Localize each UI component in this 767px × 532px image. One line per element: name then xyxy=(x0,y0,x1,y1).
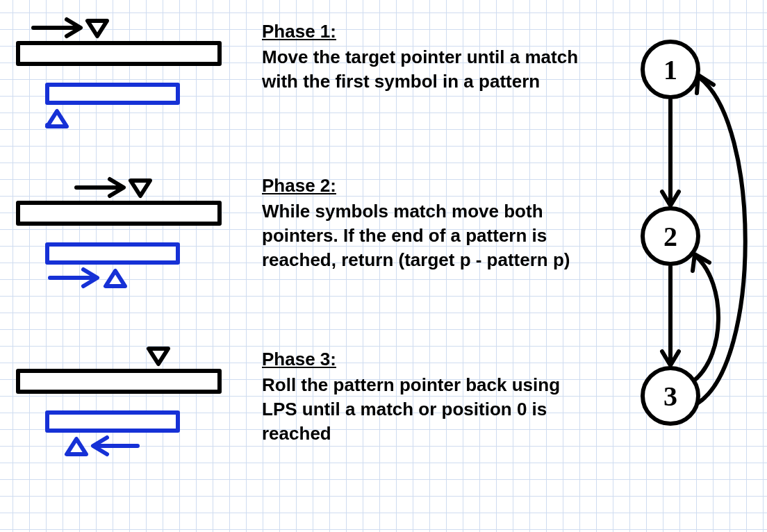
illustration-phase-1 xyxy=(13,13,228,131)
svg-rect-3 xyxy=(47,85,178,103)
svg-marker-5 xyxy=(47,111,67,126)
svg-marker-11 xyxy=(106,271,125,286)
phase-1-title: Phase 1: xyxy=(262,19,336,44)
svg-rect-13 xyxy=(18,371,220,392)
phase-3-text: Phase 3: Roll the pattern pointer back u… xyxy=(262,347,588,446)
diagram-content: Phase 1: Move the target pointer until a… xyxy=(0,0,767,532)
svg-rect-14 xyxy=(47,413,178,431)
state-graph: 1 2 3 xyxy=(622,28,761,458)
phase-2-text: Phase 2: While symbols match move both p… xyxy=(262,174,588,272)
svg-marker-1 xyxy=(88,21,107,36)
svg-rect-8 xyxy=(18,203,220,224)
illustration-phase-3 xyxy=(13,340,228,458)
svg-rect-9 xyxy=(47,244,178,263)
illustration-phase-2 xyxy=(13,172,228,290)
node-2-label: 2 xyxy=(663,221,677,252)
phase-1-text: Phase 1: Move the target pointer until a… xyxy=(262,19,588,94)
svg-rect-2 xyxy=(18,43,220,64)
node-1-label: 1 xyxy=(663,54,677,85)
svg-marker-15 xyxy=(67,439,86,454)
phase-3-title: Phase 3: xyxy=(262,347,336,372)
node-3-label: 3 xyxy=(663,381,677,412)
svg-marker-7 xyxy=(131,181,150,196)
phase-2-title: Phase 2: xyxy=(262,174,336,198)
phase-2-body: While symbols match move both pointers. … xyxy=(262,201,570,270)
svg-marker-12 xyxy=(149,349,168,364)
phase-1-body: Move the target pointer until a match wi… xyxy=(262,47,578,92)
phase-3-body: Roll the pattern pointer back using LPS … xyxy=(262,374,560,444)
